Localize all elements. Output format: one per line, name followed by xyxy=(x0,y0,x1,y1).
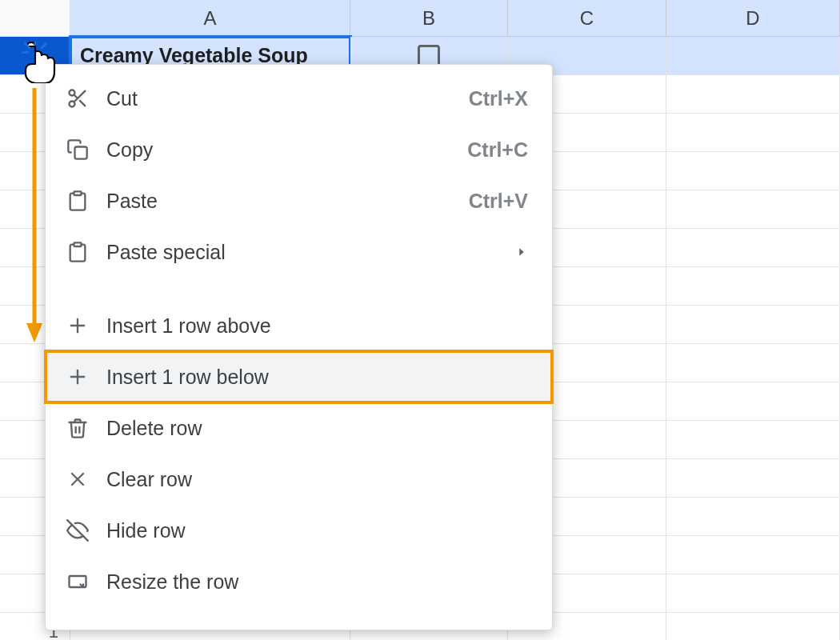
plus-icon xyxy=(62,366,94,388)
menu-item-label: Paste xyxy=(106,190,469,213)
column-header-B[interactable]: B xyxy=(350,0,508,37)
cell[interactable] xyxy=(666,613,840,640)
menu-item-resize[interactable]: Resize the row xyxy=(46,556,552,607)
menu-item-label: Cut xyxy=(106,87,469,110)
menu-separator xyxy=(46,278,552,300)
menu-item-label: Resize the row xyxy=(106,570,528,594)
select-all-corner[interactable] xyxy=(0,0,70,37)
menu-item-insabove[interactable]: Insert 1 row above xyxy=(46,300,552,351)
cell[interactable] xyxy=(666,536,840,574)
menu-item-shortcut: Ctrl+C xyxy=(467,138,528,162)
plus-icon xyxy=(62,314,94,337)
cell[interactable] xyxy=(666,459,840,498)
svg-rect-7 xyxy=(75,147,87,159)
paste-icon xyxy=(62,190,94,212)
menu-item-label: Paste special xyxy=(106,241,515,264)
resize-icon xyxy=(62,570,94,593)
cell[interactable] xyxy=(666,306,840,344)
svg-line-22 xyxy=(22,52,28,53)
cell[interactable] xyxy=(666,229,840,267)
svg-rect-9 xyxy=(74,242,81,246)
cell[interactable] xyxy=(666,574,840,613)
menu-item-label: Delete row xyxy=(106,417,528,440)
menu-item-copy[interactable]: CopyCtrl+C xyxy=(46,124,552,175)
copy-icon xyxy=(62,138,94,161)
menu-item-shortcut: Ctrl+V xyxy=(469,190,528,213)
menu-item-clear[interactable]: Clear row xyxy=(46,454,552,505)
cursor-pointer xyxy=(21,42,58,83)
cell[interactable] xyxy=(666,421,840,459)
svg-line-5 xyxy=(80,101,85,106)
menu-item-label: Insert 1 row above xyxy=(106,314,528,338)
menu-item-label: Clear row xyxy=(106,468,528,491)
cell[interactable] xyxy=(666,498,840,536)
cell[interactable] xyxy=(666,267,840,306)
menu-item-hide[interactable]: Hide row xyxy=(46,505,552,556)
x-icon xyxy=(62,468,94,490)
column-header-A[interactable]: A xyxy=(70,0,350,37)
paste-icon xyxy=(62,241,94,263)
cell[interactable] xyxy=(666,152,840,190)
menu-item-paste[interactable]: PasteCtrl+V xyxy=(46,175,552,226)
menu-item-label: Hide row xyxy=(106,519,528,542)
spreadsheet: A B C D 234567891111111 Creamy Vegetable… xyxy=(0,0,840,640)
menu-item-pastespc[interactable]: Paste special xyxy=(46,226,552,278)
svg-rect-8 xyxy=(74,191,81,195)
column-header-row: A B C D xyxy=(0,0,840,37)
cell[interactable] xyxy=(666,37,840,75)
menu-item-label: Insert 1 row below xyxy=(106,366,528,389)
cut-icon xyxy=(62,87,94,110)
cell[interactable] xyxy=(666,75,840,114)
svg-line-6 xyxy=(74,94,78,98)
trash-icon xyxy=(62,417,94,439)
menu-item-shortcut: Ctrl+X xyxy=(469,87,528,110)
cell[interactable] xyxy=(666,114,840,152)
cell[interactable] xyxy=(666,190,840,229)
submenu-arrow-icon xyxy=(515,246,528,258)
cell[interactable] xyxy=(666,344,840,382)
row-context-menu: CutCtrl+XCopyCtrl+CPasteCtrl+VPaste spec… xyxy=(45,64,553,630)
menu-item-delrow[interactable]: Delete row xyxy=(46,402,552,454)
cell[interactable] xyxy=(666,382,840,421)
column-header-D[interactable]: D xyxy=(666,0,840,37)
menu-item-label: Copy xyxy=(106,138,467,162)
svg-line-20 xyxy=(42,43,46,48)
menu-item-cut[interactable]: CutCtrl+X xyxy=(46,73,552,124)
svg-marker-10 xyxy=(519,248,523,255)
eye-off-icon xyxy=(62,519,94,542)
column-header-C[interactable]: C xyxy=(508,0,666,37)
menu-item-insbelow[interactable]: Insert 1 row below xyxy=(46,351,552,402)
